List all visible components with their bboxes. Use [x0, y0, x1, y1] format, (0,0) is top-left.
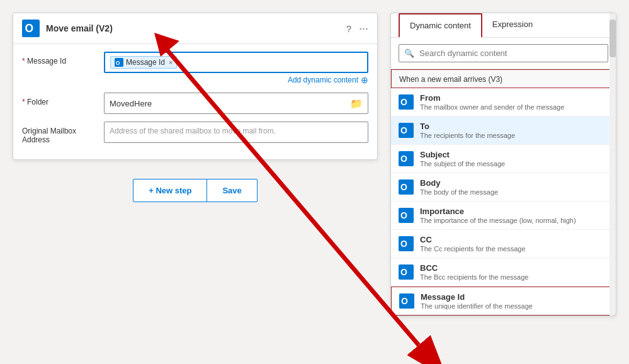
to-title: To	[420, 122, 608, 131]
tag-outlook-icon: O	[115, 58, 123, 67]
dynamic-item-from[interactable]: O From The mailbox owner and sender of t…	[391, 88, 616, 117]
message-id-item-content: Message Id The unique identifier of the …	[421, 292, 608, 310]
body-desc: The body of the message	[420, 188, 608, 196]
importance-content: Importance The importance of the message…	[420, 207, 608, 224]
svg-text:O: O	[400, 267, 407, 277]
mailbox-row: Original Mailbox Address Address of the …	[22, 122, 368, 144]
folder-label: Folder	[22, 93, 104, 106]
svg-text:O: O	[400, 210, 407, 220]
importance-icon: O	[399, 208, 414, 223]
body-icon: O	[399, 179, 414, 195]
add-dynamic-content-button[interactable]: Add dynamic content ⊕	[104, 75, 368, 85]
from-title: From	[420, 93, 608, 103]
dynamic-items-list: O From The mailbox owner and sender of t…	[391, 88, 616, 316]
card-title: Move email (V2)	[46, 23, 346, 33]
subject-content: Subject The subject of the message	[420, 150, 608, 168]
message-id-item-desc: The unique identifier of the message	[421, 302, 608, 310]
card-body: Message Id O Message Id ×	[13, 44, 377, 159]
svg-text:O: O	[401, 296, 408, 306]
importance-title: Importance	[420, 207, 608, 216]
svg-text:O: O	[400, 239, 407, 249]
to-icon: O	[399, 123, 414, 138]
action-buttons-area: + New step Save	[13, 179, 378, 202]
folder-field[interactable]: MovedHere 📁	[104, 93, 368, 114]
message-id-item-icon: O	[399, 293, 414, 309]
svg-text:O: O	[400, 125, 407, 135]
right-panel-inner: Dynamic content Expression 🔍 When a new …	[391, 13, 616, 316]
dynamic-item-body[interactable]: O Body The body of the message	[391, 173, 616, 202]
tag-close-button[interactable]: ×	[169, 59, 173, 66]
cc-desc: The Cc recipients for the message	[420, 245, 608, 253]
email-card: O Move email (V2) ? ⋯ Message Id	[13, 13, 378, 160]
mailbox-placeholder: Address of the shared mailbox to move ma…	[110, 127, 276, 135]
card-header: O Move email (V2) ? ⋯	[13, 13, 377, 44]
message-id-container: O Message Id × Add dynamic content ⊕	[104, 52, 368, 85]
body-title: Body	[420, 178, 608, 188]
scrollbar-track[interactable]	[609, 13, 616, 316]
svg-text:O: O	[400, 97, 407, 107]
search-container: 🔍	[391, 38, 616, 69]
folder-browse-icon[interactable]: 📁	[350, 98, 363, 110]
more-options-icon[interactable]: ⋯	[359, 23, 368, 34]
message-id-row: Message Id O Message Id ×	[22, 52, 368, 85]
help-icon[interactable]: ?	[346, 23, 351, 34]
message-id-field[interactable]: O Message Id ×	[104, 52, 368, 73]
to-desc: The recipients for the message	[420, 132, 608, 139]
mailbox-field[interactable]: Address of the shared mailbox to move ma…	[104, 122, 368, 143]
from-content: From The mailbox owner and sender of the…	[420, 93, 608, 111]
main-container: O Move email (V2) ? ⋯ Message Id	[0, 0, 629, 364]
dynamic-item-message-id[interactable]: O Message Id The unique identifier of th…	[391, 287, 616, 316]
svg-text:O: O	[116, 60, 120, 66]
search-box: 🔍	[399, 44, 608, 62]
add-dynamic-link: Add dynamic content ⊕	[104, 75, 368, 85]
mailbox-container: Address of the shared mailbox to move ma…	[104, 122, 368, 143]
from-desc: The mailbox owner and sender of the mess…	[420, 103, 608, 111]
importance-desc: The importance of the message (low, norm…	[420, 217, 608, 224]
tab-dynamic-content[interactable]: Dynamic content	[399, 13, 482, 38]
bcc-desc: The Bcc recipients for the message	[420, 273, 608, 281]
new-step-button[interactable]: + New step	[133, 179, 207, 202]
cc-icon: O	[399, 236, 414, 251]
dynamic-item-importance[interactable]: O Importance The importance of the messa…	[391, 202, 616, 230]
card-header-actions: ? ⋯	[346, 23, 368, 34]
from-icon: O	[399, 94, 414, 110]
body-content: Body The body of the message	[420, 178, 608, 196]
subject-icon: O	[399, 151, 414, 166]
dynamic-item-cc[interactable]: O CC The Cc recipients for the message	[391, 230, 616, 258]
svg-text:O: O	[400, 154, 407, 164]
search-input[interactable]	[419, 48, 603, 58]
cc-title: CC	[420, 235, 608, 244]
mailbox-label: Original Mailbox Address	[22, 122, 104, 144]
left-panel: O Move email (V2) ? ⋯ Message Id	[13, 13, 378, 202]
message-id-tag: O Message Id ×	[110, 56, 177, 69]
bcc-icon: O	[399, 264, 414, 280]
folder-container: MovedHere 📁	[104, 93, 368, 114]
bcc-title: BCC	[420, 263, 608, 273]
section-header: When a new email arrives (V3)	[391, 69, 616, 88]
svg-text:O: O	[400, 182, 407, 192]
dynamic-item-bcc[interactable]: O BCC The Bcc recipients for the message	[391, 258, 616, 287]
search-icon: 🔍	[404, 48, 414, 58]
subject-desc: The subject of the message	[420, 160, 608, 168]
cc-content: CC The Cc recipients for the message	[420, 235, 608, 253]
dynamic-item-subject[interactable]: O Subject The subject of the message	[391, 145, 616, 173]
right-panel-content: Dynamic content Expression 🔍 When a new …	[391, 13, 616, 316]
message-id-label: Message Id	[22, 52, 104, 65]
folder-value: MovedHere	[110, 99, 152, 108]
dynamic-content-panel: Dynamic content Expression 🔍 When a new …	[390, 13, 616, 316]
dynamic-item-to[interactable]: O To The recipients for the message	[391, 117, 616, 145]
bcc-content: BCC The Bcc recipients for the message	[420, 263, 608, 281]
svg-text:O: O	[25, 22, 33, 35]
outlook-icon: O	[22, 20, 40, 37]
tab-expression[interactable]: Expression	[482, 13, 543, 38]
folder-row: Folder MovedHere 📁	[22, 93, 368, 114]
subject-title: Subject	[420, 150, 608, 159]
tag-text: Message Id	[126, 58, 165, 67]
dynamic-tabs: Dynamic content Expression	[391, 13, 616, 38]
to-content: To The recipients for the message	[420, 122, 608, 139]
save-button[interactable]: Save	[207, 179, 257, 202]
scrollbar-thumb[interactable]	[609, 20, 616, 57]
add-dynamic-plus-icon: ⊕	[361, 75, 368, 85]
message-id-item-title: Message Id	[421, 292, 608, 302]
